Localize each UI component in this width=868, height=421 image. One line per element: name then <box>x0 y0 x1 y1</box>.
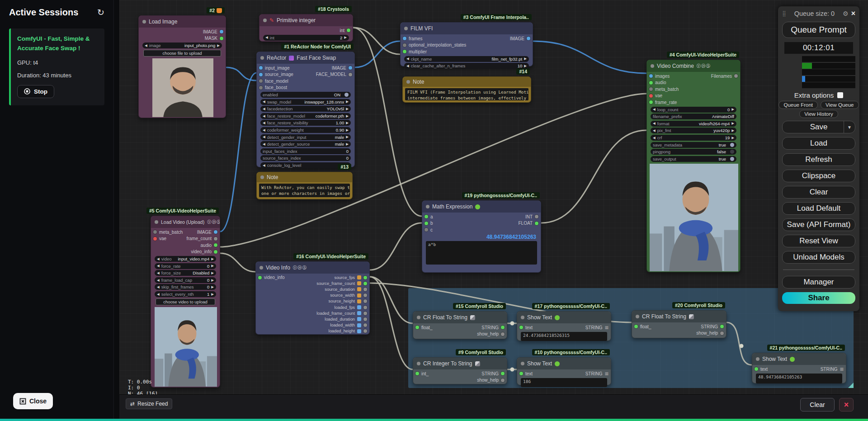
widget-enabled[interactable]: enabledON <box>260 92 351 98</box>
input-port-text[interactable]: text <box>755 366 768 373</box>
widget-loop_count[interactable]: ◀loop_count0▶ <box>651 107 736 113</box>
input-port-images[interactable]: images <box>649 73 670 80</box>
output-port-MASK[interactable]: MASK <box>205 35 223 42</box>
collapse-dot[interactable] <box>259 266 263 270</box>
widget-face_restore_model[interactable]: ◀face_restore_modelcodeformer.pth▶ <box>260 113 351 119</box>
node-title-bar[interactable]: Show Text <box>517 358 611 369</box>
queue-front-button[interactable]: Queue Front <box>778 101 818 109</box>
node-title-bar[interactable]: FILM VFI <box>401 23 533 34</box>
input-port-meta_batch[interactable]: meta_batch <box>153 229 183 236</box>
output-port-video_info[interactable]: video_info <box>191 249 217 255</box>
right-arrow-icon[interactable]: ▶ <box>346 114 349 118</box>
left-arrow-icon[interactable]: ◀ <box>263 164 265 167</box>
node-cr-integer-to-string[interactable]: #9 Comfyroll StudioCR Integer To Stringi… <box>413 357 507 384</box>
node-title-bar[interactable]: Note <box>403 77 531 87</box>
output-port-frame_count[interactable]: frame_count <box>186 236 217 242</box>
collapse-dot[interactable] <box>651 64 654 68</box>
output-port-STRING[interactable]: STRING▦ <box>821 366 844 373</box>
left-arrow-icon[interactable]: ◀ <box>263 121 265 125</box>
left-arrow-icon[interactable]: ◀ <box>263 142 265 146</box>
right-arrow-icon[interactable]: ▶ <box>524 57 527 61</box>
node-show-text-17[interactable]: #17 pythongosssss/ComfyUI-C..Show Textte… <box>517 311 611 341</box>
node-title-bar[interactable]: Load Image <box>139 16 226 28</box>
widget-button-choose-video-to-upload[interactable]: choose video to upload <box>156 298 215 305</box>
left-arrow-icon[interactable]: ◀ <box>157 293 160 296</box>
collapse-dot[interactable] <box>521 316 524 319</box>
output-port-loaded_height[interactable]: loaded_height <box>329 328 367 334</box>
collapse-dot[interactable] <box>636 315 639 318</box>
output-port-FACE_MODEL[interactable]: FACE_MODEL <box>316 71 352 78</box>
widget-facedetection[interactable]: ◀facedetectionYOLOv5l▶ <box>260 106 351 112</box>
left-arrow-icon[interactable]: ◀ <box>157 264 160 268</box>
output-port-IMAGE[interactable]: IMAGE <box>510 35 530 42</box>
output-port-IMAGE[interactable]: IMAGE <box>203 28 223 35</box>
right-arrow-icon[interactable]: ▶ <box>211 271 214 275</box>
left-arrow-icon[interactable]: ◀ <box>653 108 656 111</box>
node-title-bar[interactable]: Video CombineⓋⒽⓈ <box>647 60 740 72</box>
widget-int[interactable]: ◀int2▶ <box>263 35 349 41</box>
collapse-dot[interactable] <box>756 357 760 361</box>
collapse-dot[interactable] <box>142 20 146 24</box>
input-port-meta_batch[interactable]: meta_batch <box>649 86 679 93</box>
collapse-dot[interactable] <box>417 316 420 319</box>
node-title-bar[interactable]: Math Expression <box>422 201 541 213</box>
extra-options-checkbox[interactable] <box>837 92 843 98</box>
widget-force_rate[interactable]: ◀force_rate0▶ <box>155 263 216 269</box>
node-title-bar[interactable]: CR Float To String <box>632 311 726 322</box>
right-arrow-icon[interactable]: ▶ <box>731 122 734 125</box>
widget-button-choose-file-to-upload[interactable]: choose file to upload <box>143 50 221 57</box>
output-port-loaded_width[interactable]: loaded_width <box>330 322 367 328</box>
input-port-b[interactable]: b <box>425 220 433 227</box>
resize-feed-button[interactable]: ⇄ Resize Feed <box>126 398 172 409</box>
widget-save_metadata[interactable]: save_metadatatrue <box>651 142 736 148</box>
output-port-audio[interactable]: audio <box>201 242 217 249</box>
widget-clear_cache_after_n_frames[interactable]: ◀clear_cache_after_n_frames10▶ <box>404 63 529 69</box>
input-port-video_info[interactable]: video_info <box>258 274 285 280</box>
right-arrow-icon[interactable]: ▶ <box>217 44 220 47</box>
input-port-face_boost[interactable]: face_boost <box>259 85 287 91</box>
collapse-dot[interactable] <box>155 220 158 224</box>
widget-source_faces_index[interactable]: source_faces_index0 <box>260 155 351 161</box>
collapse-dot[interactable] <box>426 205 429 208</box>
right-arrow-icon[interactable]: ▶ <box>346 121 349 125</box>
input-port-text[interactable]: text <box>519 370 533 377</box>
note-text[interactable]: With ReActor, you can easily swap the fa… <box>259 184 350 197</box>
input-port-a[interactable]: a <box>425 213 433 220</box>
feed-clear-button[interactable]: Clear <box>800 398 835 412</box>
left-arrow-icon[interactable]: ◀ <box>157 271 160 275</box>
widget-skip_first_frames[interactable]: ◀skip_first_frames0▶ <box>155 284 216 290</box>
refresh-icon[interactable]: ↻ <box>97 8 104 17</box>
share-button[interactable]: Share <box>782 292 855 304</box>
widget-pix_fmt[interactable]: ◀pix_fmtyuv420p▶ <box>651 128 736 133</box>
node-cr-float-to-string-15[interactable]: #15 Comfyroll StudioCR Float To Stringfl… <box>413 311 507 339</box>
left-arrow-icon[interactable]: ◀ <box>157 257 160 261</box>
output-port-STRING[interactable]: STRING▦ <box>585 370 609 377</box>
node-title-bar[interactable]: Load Video (Upload)ⓋⒽⓈ <box>151 216 220 228</box>
menu-action-refresh[interactable]: Refresh <box>782 153 855 166</box>
widget-force_size[interactable]: ◀force_sizeDisabled▶ <box>155 270 216 276</box>
collapse-dot[interactable] <box>263 19 267 22</box>
node-show-text-10[interactable]: #10 pythongosssss/ComfyUI-C..Show Textte… <box>517 357 611 385</box>
node-title-bar[interactable]: ReActorFast Face Swap <box>257 52 354 64</box>
node-title-bar[interactable]: Show Text <box>752 353 846 365</box>
output-port-source_fps[interactable]: source_fps <box>335 274 367 280</box>
right-arrow-icon[interactable]: ▶ <box>211 257 214 261</box>
collapse-dot[interactable] <box>406 80 410 84</box>
node-reactor[interactable]: #1 ReActor Node for ComfyUIReActorFast F… <box>256 52 355 167</box>
output-port-show_help[interactable]: show_help <box>477 377 505 384</box>
input-port-c[interactable]: c <box>425 227 433 233</box>
left-arrow-icon[interactable]: ◀ <box>653 129 656 132</box>
menu-action-clipspace[interactable]: Clipspace <box>782 170 855 182</box>
right-arrow-icon[interactable]: ▶ <box>344 36 347 39</box>
widget-video[interactable]: ◀videoinput_video.mp4▶ <box>155 256 216 262</box>
output-port-show_help[interactable]: show_help <box>696 330 724 337</box>
input-port-int_[interactable]: int_ <box>415 370 429 377</box>
output-port-STRING[interactable]: STRING <box>481 324 505 331</box>
input-port-multiplier[interactable]: multiplier <box>403 48 427 55</box>
node-title-bar[interactable]: Video InfoⓋⒽⓈ <box>256 262 369 274</box>
node-film-vfi[interactable]: #3 ComfyUI Frame Interpola..FILM VFIfram… <box>400 22 533 66</box>
right-arrow-icon[interactable]: ▶ <box>211 293 214 296</box>
widget-filename_prefix[interactable]: filename_prefixAnimateDiff <box>651 114 736 119</box>
feed-close-button[interactable]: × <box>839 398 854 412</box>
widget-save_output[interactable]: save_outputtrue <box>651 156 736 162</box>
